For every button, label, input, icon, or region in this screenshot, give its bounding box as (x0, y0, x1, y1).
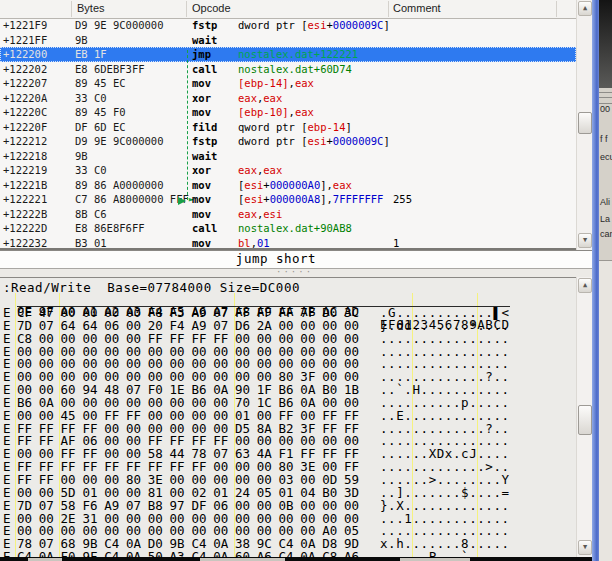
opcode-bytes: 9B (75, 33, 88, 48)
address: +12222D (3, 221, 47, 236)
dump-scrollbar[interactable]: ▲ ▼ (576, 277, 593, 557)
mnemonic: wait (192, 33, 217, 48)
ascii-column: ......P...`..... (380, 551, 510, 558)
scroll-down-icon[interactable]: ▼ (578, 233, 592, 248)
scroll-up-icon[interactable]: ▲ (578, 278, 592, 293)
address-clipped: E (3, 551, 11, 558)
disassembly-column-header: Bytes Opcode Comment (0, 0, 576, 19)
disassembly-pane[interactable]: Bytes Opcode Comment +1221F9D9 9E 9C0000… (0, 0, 576, 250)
disasm-row[interactable]: +12220A33 C0xoreax,eax (0, 91, 576, 106)
address: +122202 (3, 62, 47, 77)
debugger-window: Bytes Opcode Comment +1221F9D9 9E 9C0000… (0, 0, 612, 561)
opcode-bytes: EB 1F (75, 47, 107, 62)
info-bar: jump short (0, 250, 592, 269)
background-panel (599, 260, 612, 561)
disasm-row[interactable]: +1222189Bwait (0, 149, 576, 164)
column-separator (71, 1, 72, 17)
window-border (592, 0, 599, 561)
opcode-bytes: B3 01 (75, 236, 107, 249)
column-header-opcode: Opcode (192, 2, 231, 14)
address: +12220F (3, 120, 47, 135)
opcode-bytes: 9B (75, 149, 88, 164)
operands: [ebp-10],eax (238, 105, 314, 120)
column-header-comment: Comment (393, 2, 441, 14)
opcode-bytes: 89 86 A0000000 (75, 178, 164, 193)
disasm-scrollbar-thumb[interactable] (578, 112, 592, 134)
opcode-bytes: 89 45 F0 (75, 105, 126, 120)
operands: nostalex.dat+60D74 (238, 62, 352, 77)
background-text-fragment: Ali (600, 197, 610, 207)
mnemonic: fstp (192, 134, 217, 149)
mnemonic: xor (192, 163, 211, 178)
scroll-up-icon[interactable]: ▲ (578, 1, 592, 16)
disasm-rows: +1221F9D9 9E 9C000000fstpdword ptr [esi+… (0, 18, 576, 248)
background-text-fragment: f f (600, 134, 608, 144)
opcode-bytes: 89 45 EC (75, 76, 126, 91)
disasm-scrollbar[interactable]: ▲ ▼ (576, 0, 593, 250)
address: +122207 (3, 76, 47, 91)
disasm-row[interactable]: +122202E8 6DEBF3FFcallnostalex.dat+60D74 (0, 62, 576, 77)
disasm-row[interactable]: +12221933 C0xoreax,eax (0, 163, 576, 178)
address: +122221 (3, 192, 47, 207)
disasm-row[interactable]: +12220789 45 ECmov[ebp-14],eax (0, 76, 576, 91)
disasm-row[interactable]: +12220C89 45 F0mov[ebp-10],eax (0, 105, 576, 120)
disasm-row[interactable]: +122221C7 86 A8000000 FFF►mov[esi+000000… (0, 192, 576, 207)
background-text-fragment: ecu (600, 152, 612, 162)
disasm-row[interactable]: +1221FF9Bwait (0, 33, 576, 48)
address: +1221F9 (3, 18, 47, 33)
disasm-row[interactable]: +122232B3 01movbl,011 (0, 236, 576, 249)
address: +12220A (3, 91, 47, 106)
opcode-bytes: 33 C0 (75, 91, 107, 106)
dump-row[interactable]: EC40AF09FC40A50A3C40A60A6C40AC8A6......P… (0, 551, 576, 558)
opcode-bytes: D9 9E 9C000000 (75, 18, 164, 33)
mnemonic: mov (192, 236, 211, 249)
background-dark-area (599, 0, 612, 88)
comment: 1 (393, 236, 399, 249)
address: +122212 (3, 134, 47, 149)
operands: [ebp-14],eax (238, 76, 314, 91)
hex-bytes: C40AF09FC40A50A3C40A60A6C40AC8A6 (17, 551, 366, 558)
opcode-bytes: 8B C6 (75, 207, 107, 222)
address: +1221FF (3, 33, 47, 48)
background-text-fragment: La (600, 214, 610, 224)
mnemonic: mov (192, 207, 211, 222)
disasm-row-selected[interactable]: +122200EB 1Fjmpnostalex.dat+122221 (0, 47, 576, 62)
opcode-bytes: E8 6DEBF3FF (75, 62, 145, 77)
disasm-row[interactable]: +12220FDF 6D ECfildqword ptr [ebp-14] (0, 120, 576, 135)
address: +12220C (3, 105, 47, 120)
background-text-fragment: can (600, 229, 612, 239)
operands: eax,esi (238, 207, 282, 222)
mnemonic: wait (192, 149, 217, 164)
disasm-row[interactable]: +122212D9 9E 9C000000fstpdword ptr [esi+… (0, 134, 576, 149)
disasm-row[interactable]: +12222B8B C6moveax,esi (0, 207, 576, 222)
address: +122219 (3, 163, 47, 178)
address: +122218 (3, 149, 47, 164)
operands: bl,01 (238, 236, 270, 249)
mnemonic: jmp (192, 47, 211, 62)
jump-target-arrow-icon (178, 197, 186, 205)
mnemonic: mov (192, 178, 211, 193)
column-separator (556, 1, 557, 17)
splitter-grip-icon: ····· (276, 270, 316, 275)
dump-scrollbar-thumb[interactable] (578, 405, 592, 435)
operands: qword ptr [ebp-14] (238, 120, 352, 135)
mnemonic: mov (192, 76, 211, 91)
disasm-row[interactable]: +1221F9D9 9E 9C000000fstpdword ptr [esi+… (0, 18, 576, 33)
scroll-down-icon[interactable]: ▼ (578, 540, 592, 555)
pane-splitter[interactable]: ····· (0, 269, 592, 277)
disasm-row[interactable]: +12222DE8 86E8F6FFcallnostalex.dat+90AB8 (0, 221, 576, 236)
dump-rows: ECF4700000000F8F3A907FFFFFF7FD03C.G.....… (0, 307, 576, 558)
opcode-bytes: 33 C0 (75, 163, 107, 178)
hexdump-pane[interactable]: :Read/Write Base=07784000 Size=DC000 9E9… (0, 277, 576, 558)
dump-column-header: 9E9FA0A1A2A3A4A5A6A7A8A9AAABACAD EF01234… (0, 293, 576, 306)
operands: dword ptr [esi+0000009C] (238, 134, 390, 149)
address: +12222B (3, 207, 47, 222)
mnemonic: mov (192, 192, 211, 207)
disasm-row[interactable]: +12221B89 86 A0000000mov[esi+000000A0],e… (0, 178, 576, 193)
column-separator (388, 1, 389, 17)
info-bar-text: jump short (236, 251, 316, 267)
address: +122232 (3, 236, 47, 249)
opcode-bytes: DF 6D EC (75, 120, 126, 135)
mnemonic: fstp (192, 18, 217, 33)
mnemonic: call (192, 62, 217, 77)
